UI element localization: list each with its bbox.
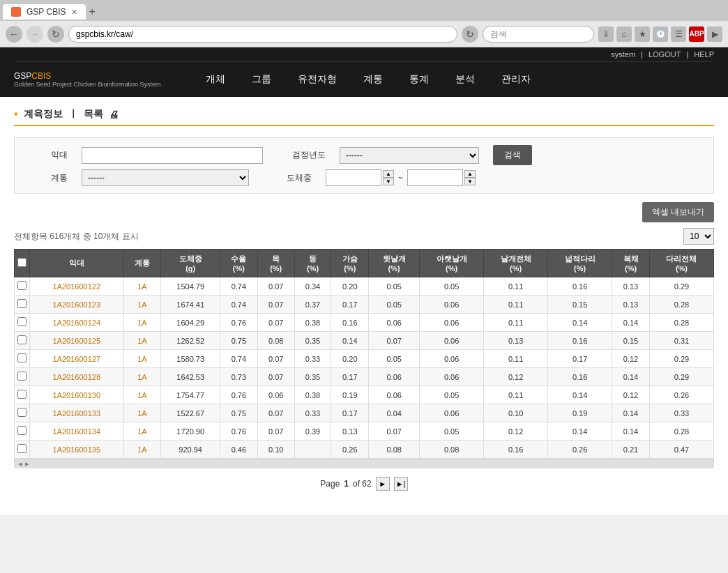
youtube-icon[interactable]: ▶ [707,26,722,42]
nav-item-gyetong[interactable]: 계통 [361,68,386,91]
ikdae-link[interactable]: 1A201600130 [53,391,101,399]
excel-export-button[interactable]: 엑셀 내보내기 [642,202,714,222]
header-nalge: 날개전체(%) [484,250,548,277]
table-row: 1A201600133 1A 1522.67 0.75 0.07 0.33 0.… [15,404,714,422]
row-dari: 0.28 [649,422,713,441]
gyetong-link[interactable]: 1A [137,445,146,454]
doche-max-input[interactable] [407,169,463,186]
ikdae-link[interactable]: 1A201600128 [53,373,101,381]
gyetong-link[interactable]: 1A [137,319,146,327]
ikdae-link[interactable]: 1A201600134 [53,427,101,436]
row-bokche: 0.15 [612,332,650,350]
row-arae: 0.08 [420,441,484,459]
ikdae-link[interactable]: 1A201600133 [53,409,101,418]
row-neoljeok: 0.19 [548,404,612,422]
nav-item-gaechae[interactable]: 개체 [203,68,228,91]
ikdae-link[interactable]: 1A201600122 [53,282,101,291]
header-neoljeok: 넓적다리(%) [548,250,612,277]
menu-icon[interactable]: ☰ [671,26,686,42]
header-suyul: 수율(%) [220,250,258,277]
gyetong-link[interactable]: 1A [137,355,146,363]
row-checkbox[interactable] [17,408,26,417]
system-link[interactable]: system [611,50,635,59]
jeomjeong-select[interactable]: ------ [340,147,479,164]
print-icon[interactable]: 🖨 [109,109,119,120]
select-all-checkbox[interactable] [17,258,26,267]
gyetong-link[interactable]: 1A [137,282,146,291]
search-button[interactable]: 검색 [493,145,532,165]
ikdae-link[interactable]: 1A201600135 [53,445,101,454]
doche-min-input[interactable] [326,169,381,186]
browser-search-input[interactable] [483,26,594,43]
row-checkbox[interactable] [17,353,26,362]
gyetong-link[interactable]: 1A [137,427,146,436]
row-checkbox[interactable] [17,281,26,290]
nav-item-group[interactable]: 그룹 [249,68,274,91]
row-checkbox[interactable] [17,426,26,435]
tab-close-button[interactable]: ✕ [71,8,77,17]
row-nalge: 0.13 [484,332,548,350]
refresh-button[interactable]: ↻ [462,26,478,43]
nav-item-analysis[interactable]: 분석 [453,68,478,91]
active-tab[interactable]: GSP CBIS ✕ [3,4,86,20]
page-size-select[interactable]: 10 20 50 [683,228,714,245]
gyetong-select[interactable]: ------ [82,169,249,186]
back-button[interactable]: ← [6,26,22,43]
logo-cbis: CBIS [31,71,51,81]
gyetong-link[interactable]: 1A [137,337,146,345]
row-arae: 0.06 [420,296,484,314]
row-neoljeok: 0.14 [548,314,612,332]
home-icon[interactable]: ⌂ [616,26,632,42]
row-checkbox[interactable] [17,372,26,381]
bookmark-icon[interactable]: ★ [635,26,650,42]
row-checkbox-cell [15,350,30,368]
gyetong-link[interactable]: 1A [137,300,146,309]
logout-link[interactable]: LOGOUT [649,50,681,59]
ikdae-link[interactable]: 1A201600125 [53,337,101,345]
row-checkbox[interactable] [17,317,26,326]
row-gaseum: 0.17 [331,368,369,386]
row-checkbox[interactable] [17,390,26,399]
doche-min-up[interactable]: ▲ [383,170,394,178]
scroll-indicator[interactable]: ◄► [14,459,714,468]
ikdae-input[interactable] [82,147,263,164]
row-checkbox[interactable] [17,299,26,308]
ikdae-link[interactable]: 1A201600123 [53,300,101,309]
ikdae-link[interactable]: 1A201600124 [53,319,101,327]
table-row: 1A201600134 1A 1720.90 0.76 0.07 0.39 0.… [15,422,714,441]
next-page-button[interactable]: ► [376,477,390,491]
ikdae-link[interactable]: 1A201600127 [53,355,101,363]
new-tab-button[interactable]: + [89,6,95,18]
header-gyetong: 계통 [123,250,161,277]
nav-item-admin[interactable]: 관리자 [499,68,533,91]
row-checkbox[interactable] [17,444,26,453]
row-dari: 0.28 [649,296,713,314]
table-row: 1A201600122 1A 1504.79 0.74 0.07 0.34 0.… [15,277,714,296]
help-link[interactable]: HELP [694,50,714,59]
doche-max-up[interactable]: ▲ [464,170,476,178]
row-gaseum: 0.19 [331,386,369,404]
row-ikdae: 1A201600134 [30,422,124,441]
nav-item-genetics[interactable]: 유전자형 [295,68,340,91]
gyetong-link[interactable]: 1A [137,373,146,381]
divider2: | [686,50,688,59]
row-checkbox[interactable] [17,335,26,344]
address-input[interactable] [68,26,457,43]
row-arae: 0.05 [420,277,484,296]
tab-title: GSP CBIS [26,7,66,17]
abp-icon[interactable]: ABP [689,26,704,42]
forward-button[interactable]: → [26,26,43,43]
nav-item-statistics[interactable]: 통계 [407,68,432,91]
reload-button[interactable]: ↻ [47,26,64,43]
history-icon[interactable]: 🕑 [653,26,668,42]
gyetong-link[interactable]: 1A [137,409,146,418]
gyetong-link[interactable]: 1A [137,391,146,399]
row-arae: 0.06 [420,314,484,332]
doche-max-down[interactable]: ▼ [464,178,476,185]
pagination: Page 1 of 62 ► ►| [14,468,714,499]
download-icon[interactable]: ⇓ [598,26,614,42]
row-dari: 0.29 [649,368,713,386]
doche-min-down[interactable]: ▼ [383,178,394,185]
last-page-button[interactable]: ►| [394,477,408,491]
row-doche: 1604.29 [161,314,220,332]
